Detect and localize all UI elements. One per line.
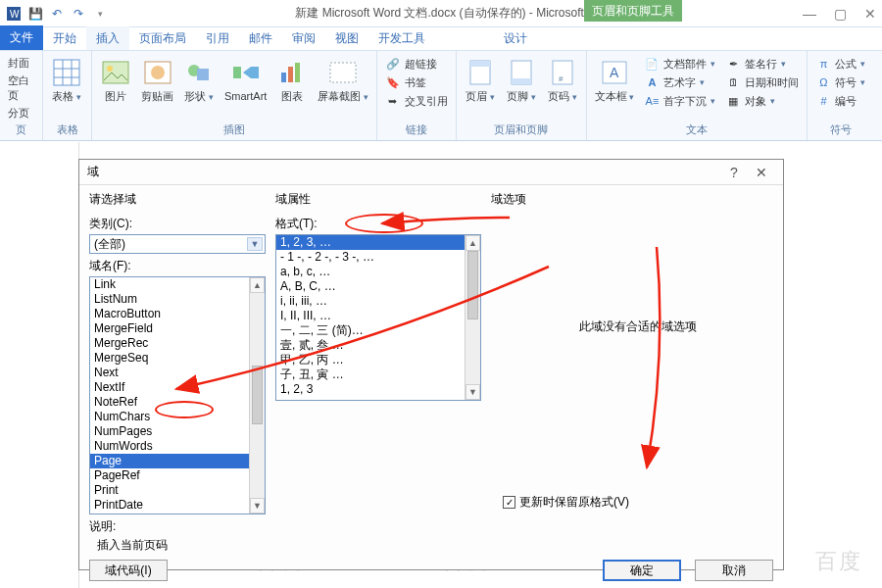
symbol-icon: Ω xyxy=(815,74,831,90)
textbox-icon: A xyxy=(599,57,630,88)
tab-home[interactable]: 开始 xyxy=(43,26,86,50)
close-icon[interactable]: ✕ xyxy=(864,6,876,22)
redo-icon[interactable]: ↷ xyxy=(71,6,86,22)
tab-references[interactable]: 引用 xyxy=(196,26,239,50)
field-list-item[interactable]: Link xyxy=(90,277,265,292)
cancel-button[interactable]: 取消 xyxy=(695,560,773,581)
tab-layout[interactable]: 页面布局 xyxy=(129,26,196,50)
minimize-icon[interactable]: — xyxy=(803,6,816,22)
ribbon-table[interactable]: 表格 xyxy=(49,55,84,105)
ribbon-blank-page[interactable]: 空白页 xyxy=(6,73,36,104)
field-list-item[interactable]: Page xyxy=(90,454,265,468)
category-value: (全部) xyxy=(94,236,125,253)
ribbon-bookmark[interactable]: 🔖书签 xyxy=(383,74,450,91)
ribbon-wordart[interactable]: A艺术字 xyxy=(642,74,717,91)
field-list-item[interactable]: NumWords xyxy=(90,439,265,454)
format-listbox[interactable]: 1, 2, 3, …- 1 -, - 2 -, - 3 -, …a, b, c,… xyxy=(275,234,481,401)
ribbon-cover-page[interactable]: 封面 xyxy=(6,55,36,72)
preserve-format-label: 更新时保留原格式(V) xyxy=(519,494,629,511)
field-list-scrollbar[interactable]: ▲ ▼ xyxy=(249,277,265,514)
format-list-item[interactable]: i, ii, iii, … xyxy=(276,294,480,309)
ribbon-textbox[interactable]: A文本框 xyxy=(593,55,637,105)
table-icon xyxy=(51,57,82,88)
ribbon-chart[interactable]: 图表 xyxy=(274,55,310,104)
ribbon-clipart[interactable]: 剪贴画 xyxy=(139,55,175,104)
ribbon-page-break[interactable]: 分页 xyxy=(6,105,36,122)
format-list-item[interactable]: 一, 二, 三 (简)… xyxy=(276,323,480,338)
ribbon-symbol[interactable]: Ω符号 xyxy=(813,74,867,91)
scroll-thumb[interactable] xyxy=(467,251,478,319)
ribbon-datetime[interactable]: 🗓日期和时间 xyxy=(723,74,801,91)
field-list-item[interactable]: NextIf xyxy=(90,380,265,395)
scroll-down-icon[interactable]: ▼ xyxy=(466,384,480,400)
field-list-item[interactable]: PageRef xyxy=(90,468,265,483)
field-list-item[interactable]: MacroButton xyxy=(90,307,265,321)
tab-review[interactable]: 审阅 xyxy=(282,26,325,50)
ribbon-dropcap[interactable]: A≡首字下沉 xyxy=(642,92,717,110)
format-list-item[interactable]: 1, 2, 3, … xyxy=(276,235,480,250)
ribbon-smartart[interactable]: SmartArt xyxy=(222,55,269,104)
tab-mailings[interactable]: 邮件 xyxy=(239,26,282,50)
tab-file[interactable]: 文件 xyxy=(0,25,43,50)
ribbon-shapes[interactable]: 形状 xyxy=(181,55,217,105)
field-codes-button[interactable]: 域代码(I) xyxy=(89,560,168,581)
ribbon-number[interactable]: #编号 xyxy=(813,92,867,110)
format-list-item[interactable]: 子, 丑, 寅 … xyxy=(276,368,480,382)
scroll-up-icon[interactable]: ▲ xyxy=(250,277,265,293)
ribbon-header[interactable]: 页眉 xyxy=(463,55,498,105)
field-name-listbox[interactable]: LinkListNumMacroButtonMergeFieldMergeRec… xyxy=(89,276,266,514)
format-scrollbar[interactable]: ▲ ▼ xyxy=(465,235,480,400)
format-list-item[interactable]: I, II, III, … xyxy=(276,309,480,323)
ribbon-picture[interactable]: 图片 xyxy=(98,55,133,104)
ribbon-hyperlink[interactable]: 🔗超链接 xyxy=(383,55,450,73)
group-links-label: 链接 xyxy=(383,122,450,138)
svg-rect-17 xyxy=(288,67,293,82)
tab-view[interactable]: 视图 xyxy=(325,26,368,50)
save-icon[interactable]: 💾 xyxy=(27,6,43,22)
field-list-item[interactable]: NumChars xyxy=(90,410,265,424)
tab-design[interactable]: 设计 xyxy=(494,26,537,50)
format-list-item[interactable]: 甲, 乙, 丙 … xyxy=(276,353,480,368)
ribbon-object[interactable]: ▦对象 xyxy=(723,92,801,110)
dialog-help-icon[interactable]: ? xyxy=(720,165,748,180)
field-list-item[interactable]: Private xyxy=(90,513,265,514)
field-list-item[interactable]: Print xyxy=(90,483,265,498)
dialog-close-icon[interactable]: ✕ xyxy=(748,165,775,180)
ribbon-crossref[interactable]: ➥交叉引用 xyxy=(383,92,450,110)
field-list-item[interactable]: NumPages xyxy=(90,424,265,439)
ribbon-sigline[interactable]: ✒签名行 xyxy=(723,55,801,73)
tab-insert[interactable]: 插入 xyxy=(86,26,129,50)
field-list-item[interactable]: ListNum xyxy=(90,292,265,307)
group-hf-label: 页眉和页脚 xyxy=(463,122,580,138)
field-list-item[interactable]: Next xyxy=(90,366,265,380)
format-list-item[interactable]: a, b, c, … xyxy=(276,265,480,279)
category-select[interactable]: (全部) ▼ xyxy=(89,234,266,254)
tab-developer[interactable]: 开发工具 xyxy=(368,26,435,50)
ribbon-screenshot[interactable]: 屏幕截图 xyxy=(316,55,370,105)
ok-button[interactable]: 确定 xyxy=(603,560,681,581)
field-list-item[interactable]: NoteRef xyxy=(90,395,265,410)
ribbon-quickparts[interactable]: 📄文档部件 xyxy=(642,55,717,73)
field-options-label: 域选项 xyxy=(491,191,773,208)
format-list-item[interactable]: A, B, C, … xyxy=(276,279,480,294)
format-list-item[interactable]: 壹, 贰, 叁 … xyxy=(276,338,480,353)
ribbon-footer[interactable]: 页脚 xyxy=(504,55,539,105)
checkbox-checked-icon: ✓ xyxy=(503,496,515,509)
ribbon-equation[interactable]: π公式 xyxy=(813,55,867,73)
scroll-down-icon[interactable]: ▼ xyxy=(250,498,265,514)
scroll-up-icon[interactable]: ▲ xyxy=(466,235,480,251)
scroll-thumb[interactable] xyxy=(252,366,263,424)
format-list-item[interactable]: 1, 2, 3 xyxy=(276,382,480,397)
qat-customize-icon[interactable]: ▾ xyxy=(92,6,108,22)
maximize-icon[interactable]: ▢ xyxy=(834,6,847,22)
field-list-item[interactable]: MergeSeq xyxy=(90,351,265,366)
field-list-item[interactable]: MergeRec xyxy=(90,336,265,351)
group-text-label: 文本 xyxy=(593,122,802,138)
field-list-item[interactable]: MergeField xyxy=(90,321,265,336)
svg-rect-19 xyxy=(330,63,356,82)
format-list-item[interactable]: - 1 -, - 2 -, - 3 -, … xyxy=(276,250,480,265)
ribbon-pagenum[interactable]: #页码 xyxy=(545,55,580,105)
preserve-format-checkbox[interactable]: ✓ 更新时保留原格式(V) xyxy=(503,494,629,511)
undo-icon[interactable]: ↶ xyxy=(49,6,65,22)
field-list-item[interactable]: PrintDate xyxy=(90,498,265,513)
